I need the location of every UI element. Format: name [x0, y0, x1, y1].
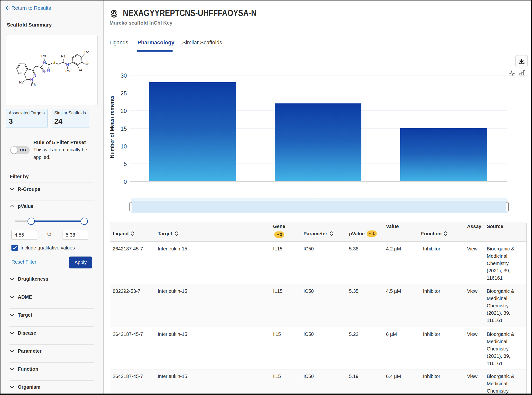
- svg-text:S: S: [53, 60, 55, 64]
- svg-text:R7: R7: [19, 80, 24, 84]
- svg-text:N: N: [42, 70, 45, 74]
- svg-text:N: N: [30, 78, 33, 82]
- svg-text:R8: R8: [41, 54, 46, 58]
- svg-text:N: N: [47, 68, 50, 72]
- svg-text:N: N: [43, 61, 46, 65]
- svg-text:R6: R6: [31, 83, 36, 87]
- svg-text:N: N: [66, 63, 69, 67]
- svg-text:R1: R1: [61, 54, 65, 58]
- svg-text:R2: R2: [84, 50, 89, 54]
- svg-text:R3: R3: [84, 62, 89, 66]
- svg-text:R4: R4: [77, 68, 82, 72]
- svg-text:R5: R5: [65, 69, 70, 73]
- svg-text:N: N: [33, 73, 36, 77]
